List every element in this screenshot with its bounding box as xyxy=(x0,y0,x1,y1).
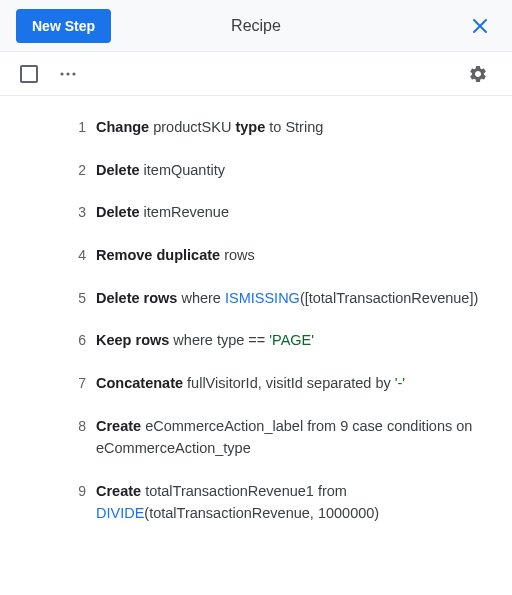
recipe-step[interactable]: 4Remove duplicate rows xyxy=(0,234,488,277)
step-description: Change productSKU type to String xyxy=(96,116,488,138)
step-description: Delete itemRevenue xyxy=(96,201,488,223)
step-token: where xyxy=(181,290,225,306)
step-token: Delete xyxy=(96,162,144,178)
step-description: Concatenate fullVisitorId, visitId separ… xyxy=(96,372,488,394)
toolbar xyxy=(0,52,512,96)
recipe-step[interactable]: 3Delete itemRevenue xyxy=(0,191,488,234)
close-button[interactable] xyxy=(464,10,496,42)
step-token: Keep rows xyxy=(96,332,173,348)
steps-list: 1Change productSKU type to String2Delete… xyxy=(0,96,512,545)
step-token: to String xyxy=(269,119,323,135)
step-token: totalTransactionRevenue1 from xyxy=(145,483,347,499)
step-token: ISMISSING xyxy=(225,290,300,306)
step-description: Remove duplicate rows xyxy=(96,244,488,266)
panel-header: New Step Recipe xyxy=(0,0,512,52)
recipe-step[interactable]: 1Change productSKU type to String xyxy=(0,106,488,149)
step-description: Delete rows where ISMISSING([totalTransa… xyxy=(96,287,488,309)
gear-icon xyxy=(468,64,488,84)
step-number: 4 xyxy=(58,244,86,267)
step-token: type xyxy=(235,119,269,135)
step-token: DIVIDE xyxy=(96,505,144,521)
step-description: Keep rows where type == 'PAGE' xyxy=(96,329,488,351)
step-number: 6 xyxy=(58,329,86,352)
step-number: 2 xyxy=(58,159,86,182)
new-step-button[interactable]: New Step xyxy=(16,9,111,43)
close-icon xyxy=(472,18,488,34)
recipe-step[interactable]: 9Create totalTransactionRevenue1 from DI… xyxy=(0,470,488,535)
step-token: ([totalTransactionRevenue]) xyxy=(300,290,478,306)
step-token: Change xyxy=(96,119,153,135)
step-token: where type == xyxy=(173,332,269,348)
step-token: Concatenate xyxy=(96,375,187,391)
step-token: productSKU xyxy=(153,119,235,135)
recipe-step[interactable]: 2Delete itemQuantity xyxy=(0,149,488,192)
step-token: 'PAGE' xyxy=(269,332,314,348)
recipe-step[interactable]: 8Create eCommerceAction_label from 9 cas… xyxy=(0,405,488,470)
step-token: itemQuantity xyxy=(144,162,225,178)
recipe-step[interactable]: 5Delete rows where ISMISSING([totalTrans… xyxy=(0,277,488,320)
step-description: Delete itemQuantity xyxy=(96,159,488,181)
select-all-checkbox[interactable] xyxy=(20,65,38,83)
step-number: 3 xyxy=(58,201,86,224)
svg-point-2 xyxy=(72,72,75,75)
step-number: 1 xyxy=(58,116,86,139)
step-token: Remove duplicate xyxy=(96,247,224,263)
recipe-step[interactable]: 6Keep rows where type == 'PAGE' xyxy=(0,319,488,362)
recipe-step[interactable]: 7Concatenate fullVisitorId, visitId sepa… xyxy=(0,362,488,405)
step-token: eCommerceAction_label from 9 case condit… xyxy=(96,418,472,456)
step-token: fullVisitorId, visitId separated by xyxy=(187,375,395,391)
step-number: 9 xyxy=(58,480,86,503)
step-number: 8 xyxy=(58,415,86,438)
step-token: '-' xyxy=(395,375,405,391)
more-horizontal-icon xyxy=(60,72,76,76)
step-token: rows xyxy=(224,247,255,263)
step-token: Delete xyxy=(96,204,144,220)
step-token: Create xyxy=(96,483,145,499)
step-token: itemRevenue xyxy=(144,204,229,220)
more-menu-button[interactable] xyxy=(54,60,82,88)
step-token: Delete rows xyxy=(96,290,181,306)
svg-point-0 xyxy=(60,72,63,75)
svg-point-1 xyxy=(66,72,69,75)
step-token: Create xyxy=(96,418,145,434)
step-number: 5 xyxy=(58,287,86,310)
step-token: (totalTransactionRevenue, 1000000) xyxy=(144,505,379,521)
step-description: Create eCommerceAction_label from 9 case… xyxy=(96,415,488,460)
settings-button[interactable] xyxy=(464,60,492,88)
step-description: Create totalTransactionRevenue1 from DIV… xyxy=(96,480,488,525)
step-number: 7 xyxy=(58,372,86,395)
